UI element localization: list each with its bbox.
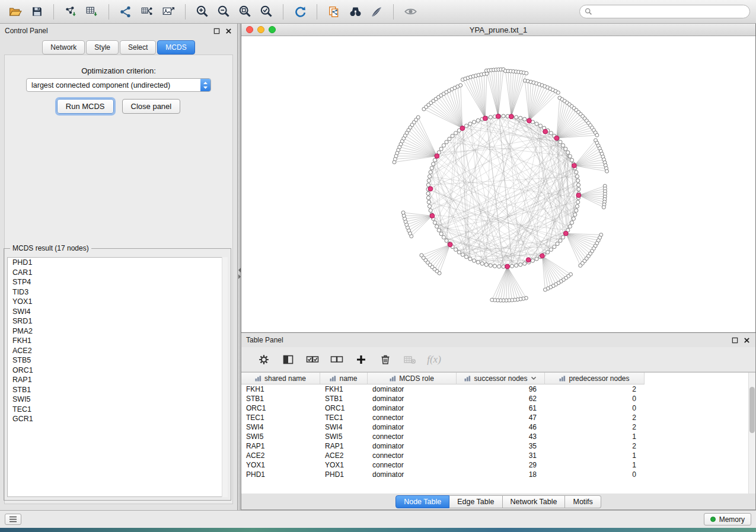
result-list-item[interactable]: STP4 (8, 277, 227, 287)
result-list-item[interactable]: STB5 (8, 355, 227, 366)
zoom-selected-icon (260, 5, 273, 18)
table-row[interactable]: STB1 STB1 dominator 62 0 (241, 394, 755, 403)
scrollbar-thumb[interactable] (749, 387, 755, 433)
table-vertical-scrollbar[interactable] (748, 373, 755, 493)
cell-predecessor-nodes: 1 (545, 432, 645, 441)
export-image-button[interactable] (159, 3, 178, 21)
result-list-item[interactable]: STB1 (8, 385, 227, 395)
table-row[interactable]: RAP1 RAP1 dominator 35 2 (241, 441, 755, 451)
toolbar-separator (317, 4, 317, 20)
result-list-item[interactable]: ORC1 (8, 366, 227, 376)
apply-style-button[interactable] (367, 3, 386, 21)
import-table-button[interactable] (82, 3, 101, 21)
mcds-buttons-row: Run MCDS Close panel (0, 99, 237, 114)
open-folder-button[interactable] (6, 3, 25, 21)
cell-shared-name: TEC1 (241, 414, 320, 422)
zoom-fit-button[interactable] (235, 3, 254, 21)
result-list-item[interactable]: YOX1 (8, 297, 227, 307)
save-button[interactable] (27, 3, 46, 21)
network-from-table-button[interactable] (138, 3, 157, 21)
window-minimize-button[interactable] (257, 26, 264, 33)
result-list-item[interactable]: RAP1 (8, 375, 227, 385)
close-panel-button[interactable] (224, 27, 232, 35)
result-list-item[interactable]: SRD1 (8, 316, 227, 326)
result-list-item[interactable]: SWI4 (8, 307, 227, 317)
window-close-button[interactable] (246, 26, 253, 33)
column-header-shared-name[interactable]: shared name (241, 373, 320, 384)
close-table-panel-button[interactable] (742, 336, 751, 344)
column-header-successor-nodes[interactable]: successor nodes (457, 373, 545, 384)
tab-style[interactable]: Style (86, 40, 119, 55)
table-row[interactable]: SWI5 SWI5 connector 43 1 (241, 432, 755, 441)
column-header-name[interactable]: name (320, 373, 368, 384)
add-column-button[interactable] (354, 352, 368, 367)
column-label: MCDS role (399, 374, 434, 383)
result-list-item[interactable]: PMA2 (8, 326, 227, 336)
tab-mcds[interactable]: MCDS (157, 40, 194, 55)
refresh-layout-button[interactable] (291, 3, 310, 21)
network-window-titlebar[interactable]: YPA_prune.txt_1 (241, 24, 755, 36)
tab-node-table[interactable]: Node Table (395, 495, 449, 508)
table-row[interactable]: TEC1 TEC1 connector 47 2 (241, 413, 755, 422)
tab-network[interactable]: Network (42, 40, 85, 55)
zoom-out-button[interactable] (214, 3, 233, 21)
table-row[interactable]: PHD1 PHD1 dominator 18 0 (241, 470, 755, 479)
network-graph[interactable] (241, 36, 755, 332)
select-all-button[interactable] (305, 352, 320, 367)
new-network-button[interactable] (116, 3, 135, 21)
delete-table-button-disabled[interactable] (403, 352, 417, 367)
network-canvas[interactable] (241, 36, 755, 332)
deselect-all-button[interactable] (330, 352, 344, 367)
panel-splitter[interactable] (238, 24, 241, 510)
table-row[interactable]: FKH1 FKH1 dominator 96 2 (241, 384, 755, 394)
search-binoculars-button[interactable] (346, 3, 365, 21)
main-area: Control Panel Network Style Select MCDS … (0, 24, 756, 510)
result-list-item[interactable]: FKH1 (8, 336, 227, 346)
column-label: predecessor nodes (569, 374, 629, 383)
cytoscape-app: Control Panel Network Style Select MCDS … (0, 0, 756, 532)
tab-motifs[interactable]: Motifs (565, 495, 601, 508)
show-columns-button[interactable] (281, 352, 295, 367)
column-header-mcds-role[interactable]: MCDS role (368, 373, 457, 384)
zoom-selected-button[interactable] (257, 3, 276, 21)
result-list-item[interactable]: SWI5 (8, 395, 227, 405)
mcds-result-title: MCDS result (17 nodes) (10, 244, 91, 252)
import-network-button[interactable] (61, 3, 80, 21)
run-mcds-button[interactable]: Run MCDS (57, 99, 114, 114)
table-row[interactable]: YOX1 YOX1 connector 29 1 (241, 460, 755, 470)
result-list-item[interactable]: TEC1 (8, 405, 227, 415)
result-list-scrollbar[interactable] (222, 257, 228, 497)
float-table-panel-button[interactable] (731, 336, 739, 344)
table-row[interactable]: ACE2 ACE2 connector 31 1 (241, 451, 755, 460)
result-list-item[interactable]: TID3 (8, 287, 227, 297)
criterion-select[interactable]: largest connected component (undirected) (26, 78, 211, 92)
network-search[interactable] (579, 5, 750, 18)
zoom-in-button[interactable] (193, 3, 212, 21)
tab-edge-table[interactable]: Edge Table (449, 495, 502, 508)
result-list-item[interactable]: ACE2 (8, 346, 227, 356)
search-input[interactable] (595, 8, 745, 16)
table-settings-button[interactable] (257, 352, 271, 367)
result-list-item[interactable]: PHD1 (8, 258, 227, 268)
table-row[interactable]: SWI4 SWI4 dominator 46 2 (241, 422, 755, 432)
network-from-table-icon (141, 5, 154, 18)
function-builder-button-disabled[interactable]: f(x) (427, 352, 441, 367)
memory-button[interactable]: Memory (704, 513, 751, 525)
tab-select[interactable]: Select (120, 40, 156, 55)
splitter-collapse-handle[interactable] (238, 265, 241, 281)
search-icon (585, 8, 592, 15)
copy-network-button[interactable] (324, 3, 343, 21)
table-row[interactable]: ORC1 ORC1 dominator 61 0 (241, 403, 755, 413)
close-panel-action-button[interactable]: Close panel (122, 99, 181, 114)
task-history-button[interactable] (5, 514, 21, 525)
float-panel-button[interactable] (212, 27, 221, 35)
cell-predecessor-nodes: 1 (545, 461, 645, 469)
toggle-visibility-button[interactable] (401, 3, 420, 21)
window-zoom-button[interactable] (269, 26, 276, 33)
tab-network-table[interactable]: Network Table (503, 495, 566, 508)
column-header-predecessor-nodes[interactable]: predecessor nodes (545, 373, 645, 384)
delete-column-button[interactable] (378, 352, 393, 367)
result-list-item[interactable]: CAR1 (8, 268, 227, 278)
eye-icon (404, 5, 417, 18)
result-list-item[interactable]: GCR1 (8, 414, 227, 424)
